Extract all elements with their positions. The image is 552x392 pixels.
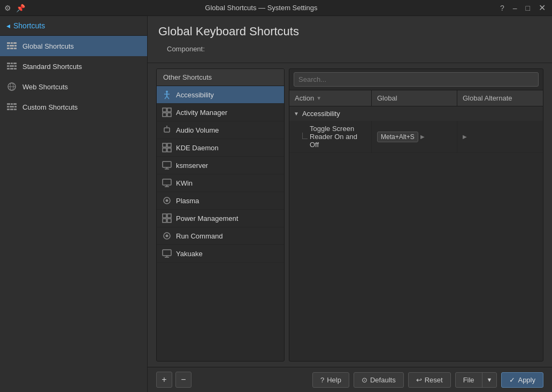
svg-rect-42 [167, 143, 171, 147]
remove-button[interactable]: − [175, 372, 191, 388]
kwin-icon [162, 178, 172, 188]
defaults-label: Defaults [370, 376, 396, 384]
sidebar-item-global-shortcuts[interactable]: Global Shortcuts [0, 36, 147, 56]
search-input[interactable] [294, 72, 539, 87]
component-panel-header: Other Shortcuts [157, 69, 284, 86]
svg-rect-17 [14, 68, 17, 70]
svg-rect-25 [10, 106, 14, 107]
bottom-bar: + − ? Help ⊙ Defaults ↩ Reset File [148, 367, 552, 392]
yakuake-icon [162, 249, 172, 258]
svg-rect-9 [7, 63, 10, 64]
custom-shortcuts-icon [6, 102, 17, 112]
svg-rect-22 [11, 103, 13, 105]
svg-rect-11 [13, 63, 17, 64]
svg-rect-35 [163, 108, 166, 112]
component-item-label: Accessibility [176, 91, 214, 99]
indent-marker [295, 133, 308, 141]
sidebar-item-label: Standard Shortcuts [22, 63, 82, 71]
actions-table-header: Action ▼ Global Global Alternate [289, 90, 543, 106]
minimize-button[interactable]: – [511, 3, 519, 13]
sidebar-back-button[interactable]: ◂ Shortcuts [0, 16, 147, 36]
add-button[interactable]: + [156, 372, 172, 388]
component-item-ksmserver[interactable]: ksmserver [157, 157, 284, 174]
table-row[interactable]: Toggle Screen Reader On and Off Meta+Alt… [289, 121, 543, 153]
component-item-accessibility[interactable]: Accessibility [157, 86, 284, 104]
svg-rect-10 [11, 63, 13, 64]
expand-arrow-icon: ▶ [463, 134, 467, 140]
plasma-icon [162, 196, 172, 205]
defaults-button[interactable]: ⊙ Defaults [354, 372, 404, 388]
component-item-yakuake[interactable]: Yakuake [157, 245, 284, 263]
svg-rect-6 [7, 48, 10, 49]
sidebar-item-standard-shortcuts[interactable]: Standard Shortcuts [0, 56, 147, 76]
actions-search-bar [289, 69, 543, 90]
content-area: Global Keyboard Shortcuts Component: Oth… [148, 16, 552, 392]
component-item-kde-daemon[interactable]: KDE Daemon [157, 139, 284, 157]
svg-rect-48 [163, 179, 171, 185]
shortcut-badge: Meta+Alt+S [377, 132, 418, 142]
maximize-button[interactable]: □ [524, 3, 532, 13]
help-button[interactable]: ? [498, 3, 507, 13]
bottom-left-controls: + − [156, 372, 191, 388]
web-shortcuts-icon [6, 81, 17, 92]
global-alt-col-label: Global Alternate [463, 94, 512, 102]
svg-rect-4 [10, 45, 14, 47]
titlebar-title: Global Shortcuts — System Settings [205, 4, 317, 12]
component-label: Component: [167, 45, 205, 53]
help-button[interactable]: ? Help [312, 372, 349, 388]
component-item-label: Run Command [176, 232, 223, 240]
titlebar-left: ⚙ 📌 [4, 4, 25, 12]
titlebar-pin-icon[interactable]: 📌 [16, 4, 25, 12]
svg-line-33 [165, 96, 167, 99]
svg-rect-0 [7, 42, 10, 44]
svg-rect-14 [14, 65, 17, 67]
component-item-activity-manager[interactable]: Activity Manager [157, 104, 284, 121]
sidebar-item-web-shortcuts[interactable]: Web Shortcuts [0, 76, 147, 97]
activity-manager-icon [162, 107, 172, 117]
sidebar-item-label: Web Shortcuts [22, 83, 68, 91]
svg-rect-21 [7, 103, 10, 105]
svg-line-34 [167, 96, 169, 99]
action-column-header[interactable]: Action ▼ [289, 90, 372, 106]
actions-list: ▼ Accessibility Toggle Screen Reader On … [289, 106, 543, 361]
reset-icon: ↩ [416, 376, 422, 384]
global-alternate-cell[interactable]: ▶ [457, 121, 543, 152]
component-item-power-management[interactable]: Power Management [157, 210, 284, 227]
file-dropdown-arrow[interactable]: ▼ [482, 373, 497, 386]
group-accessibility[interactable]: ▼ Accessibility [289, 106, 543, 121]
svg-rect-12 [7, 65, 9, 67]
component-item-label: Power Management [176, 214, 238, 222]
component-item-run-command[interactable]: Run Command [157, 227, 284, 245]
svg-rect-39 [164, 128, 170, 132]
back-arrow-icon: ◂ [6, 21, 10, 30]
titlebar-settings-icon[interactable]: ⚙ [4, 4, 13, 12]
standard-shortcuts-icon [6, 61, 17, 72]
global-cell[interactable]: Meta+Alt+S ▶ [372, 121, 457, 152]
component-item-plasma[interactable]: Plasma [157, 192, 284, 210]
svg-rect-27 [7, 109, 10, 110]
page-title: Global Keyboard Shortcuts [158, 25, 541, 39]
reset-button[interactable]: ↩ Reset [408, 372, 451, 388]
svg-rect-28 [10, 109, 13, 110]
svg-point-30 [166, 91, 168, 93]
titlebar-controls: ? – □ ✕ [498, 2, 548, 14]
expand-arrow-icon: ▶ [420, 134, 425, 140]
sidebar-item-custom-shortcuts[interactable]: Custom Shortcuts [0, 97, 147, 117]
file-button[interactable]: File [456, 373, 482, 387]
svg-rect-56 [167, 219, 171, 222]
svg-rect-26 [14, 106, 17, 107]
svg-rect-45 [163, 162, 171, 167]
component-item-audio-volume[interactable]: Audio Volume [157, 121, 284, 139]
svg-rect-41 [163, 143, 166, 147]
kde-daemon-icon [162, 143, 172, 152]
component-item-label: Audio Volume [176, 126, 219, 134]
svg-point-58 [166, 235, 168, 237]
content-body: Other Shortcuts [148, 63, 552, 367]
svg-rect-44 [167, 148, 171, 152]
component-item-kwin[interactable]: KWin [157, 174, 284, 192]
apply-button[interactable]: ✓ Apply [501, 372, 543, 388]
component-item-label: KWin [176, 179, 193, 187]
run-command-icon [162, 231, 172, 241]
close-button[interactable]: ✕ [536, 2, 548, 14]
svg-rect-36 [167, 108, 171, 112]
